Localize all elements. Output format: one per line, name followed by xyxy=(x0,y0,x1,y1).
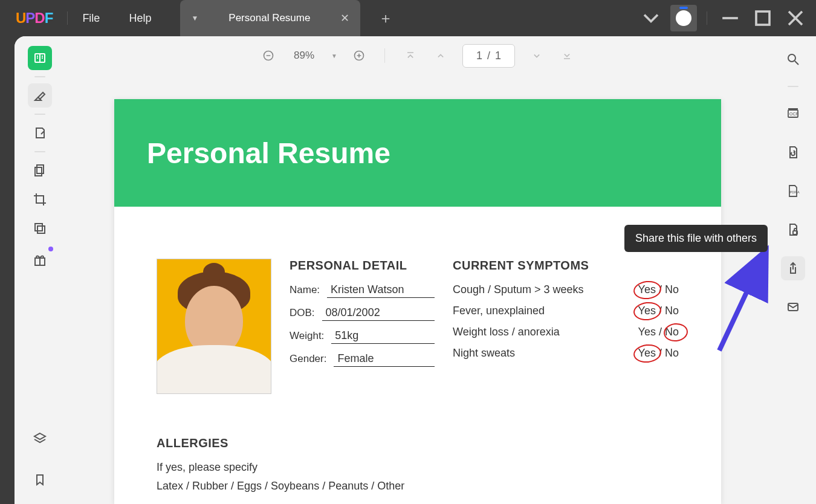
share-icon[interactable] xyxy=(781,256,805,280)
svg-rect-1 xyxy=(756,11,769,25)
tab-title: Personal Resume xyxy=(216,12,322,24)
edit-tool-icon[interactable] xyxy=(28,121,52,145)
svg-marker-16 xyxy=(34,433,45,439)
document-page: Personal Resume PERSONAL DETAIL Name:Kri… xyxy=(114,99,721,504)
page-indicator[interactable]: 1 / 1 xyxy=(462,44,515,68)
svg-rect-12 xyxy=(35,224,42,231)
symptom-label: Weight loss / anorexia xyxy=(453,326,560,338)
titlebar: UPDF File Help ▼ Personal Resume ✕ ＋ xyxy=(0,0,816,36)
name-value: Kristen Watson xyxy=(327,283,435,298)
reader-tool-icon[interactable] xyxy=(28,46,52,70)
top-toolbar: 89% ▼ 1 / 1 xyxy=(65,36,770,75)
section-heading: PERSONAL DETAIL xyxy=(290,259,435,273)
svg-rect-11 xyxy=(35,167,42,176)
email-icon[interactable] xyxy=(781,295,805,319)
dob-value: 08/01/2002 xyxy=(322,306,435,321)
name-label: Name: xyxy=(290,284,320,296)
menu-file[interactable]: File xyxy=(82,12,100,25)
highlighter-tool-icon[interactable] xyxy=(28,83,52,108)
symptom-answer: Yes / No xyxy=(638,326,679,338)
svg-text:OCR: OCR xyxy=(789,112,799,116)
section-heading: CURRENT SYMPTOMS xyxy=(453,259,679,273)
workspace: OCR PDF/A 89% ▼ 1 / 1 xyxy=(15,36,816,504)
convert-icon[interactable] xyxy=(781,140,805,164)
gender-value: Female xyxy=(334,352,435,367)
banner-title: Personal Resume xyxy=(147,137,390,170)
menu-help[interactable]: Help xyxy=(129,12,151,25)
symptom-label: Fever, unexplained xyxy=(453,305,545,317)
allergies-section: ALLERGIES If yes, please specify Latex /… xyxy=(157,436,679,499)
symptom-answer: Yes / No xyxy=(638,283,679,296)
next-page-icon[interactable] xyxy=(528,47,545,64)
minimize-button[interactable] xyxy=(717,5,743,31)
bookmark-icon[interactable] xyxy=(28,468,52,492)
prev-page-icon[interactable] xyxy=(432,47,449,64)
zoom-value: 89% xyxy=(294,50,314,62)
zoom-out-icon[interactable] xyxy=(260,47,277,64)
pdfa-icon[interactable]: PDF/A xyxy=(781,179,805,203)
new-tab-button[interactable]: ＋ xyxy=(378,8,393,28)
section-heading: ALLERGIES xyxy=(157,436,679,450)
symptom-answer: Yes / No xyxy=(638,305,679,317)
allergies-line: Latex / Rubber / Eggs / Soybeans / Peanu… xyxy=(157,480,679,493)
profile-photo xyxy=(157,259,271,394)
redact-tool-icon[interactable] xyxy=(28,216,52,241)
maximize-button[interactable] xyxy=(750,5,776,31)
layers-icon[interactable] xyxy=(28,427,52,451)
symptoms-section: CURRENT SYMPTOMS Cough / Sputum > 3 week… xyxy=(453,259,679,394)
crop-tool-icon[interactable] xyxy=(28,187,52,212)
search-icon[interactable] xyxy=(781,47,805,71)
tab-dropdown-icon[interactable]: ▼ xyxy=(191,14,198,22)
svg-point-17 xyxy=(788,54,795,62)
svg-text:PDF/A: PDF/A xyxy=(790,190,800,194)
app-logo: UPDF xyxy=(16,10,53,27)
weight-label: Weight: xyxy=(290,330,324,342)
zoom-in-icon[interactable] xyxy=(351,47,368,64)
protect-icon[interactable] xyxy=(781,218,805,242)
right-sidebar: OCR PDF/A xyxy=(770,36,816,504)
symptom-label: Cough / Sputum > 3 weeks xyxy=(453,283,584,296)
left-sidebar xyxy=(15,36,65,504)
user-avatar[interactable] xyxy=(670,5,697,31)
ocr-icon[interactable]: OCR xyxy=(781,102,805,126)
document-tab[interactable]: ▼ Personal Resume ✕ xyxy=(180,0,360,36)
svg-rect-10 xyxy=(37,165,44,173)
share-tooltip: Share this file with others xyxy=(624,225,768,252)
symptom-label: Night sweats xyxy=(453,347,515,360)
document-viewport[interactable]: Personal Resume PERSONAL DETAIL Name:Kri… xyxy=(65,75,770,504)
gift-icon[interactable] xyxy=(28,248,52,272)
close-button[interactable] xyxy=(782,5,809,31)
last-page-icon[interactable] xyxy=(559,47,575,64)
dropdown-icon[interactable] xyxy=(638,5,664,31)
banner: Personal Resume xyxy=(114,99,721,207)
current-page: 1 xyxy=(476,50,482,62)
tab-close-icon[interactable]: ✕ xyxy=(340,11,349,25)
personal-detail-section: PERSONAL DETAIL Name:Kristen Watson DOB:… xyxy=(290,259,435,394)
symptom-answer: Yes / No xyxy=(638,347,679,360)
allergies-line: If yes, please specify xyxy=(157,461,679,474)
weight-value: 51kg xyxy=(331,329,435,344)
total-pages: 1 xyxy=(495,50,501,62)
gender-label: Gender: xyxy=(290,353,326,365)
svg-rect-13 xyxy=(37,226,45,233)
svg-line-18 xyxy=(795,61,798,65)
zoom-dropdown-icon[interactable]: ▼ xyxy=(331,53,337,59)
pages-tool-icon[interactable] xyxy=(28,158,52,183)
dob-label: DOB: xyxy=(290,307,315,319)
first-page-icon[interactable] xyxy=(402,47,419,64)
